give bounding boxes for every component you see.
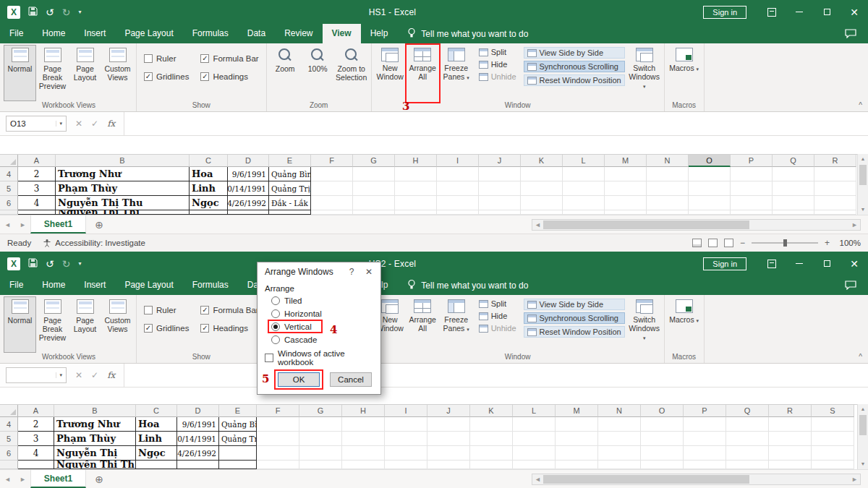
horizontal-scrollbar[interactable]: ◄ ► [532, 474, 861, 485]
select-all-corner[interactable] [0, 405, 18, 417]
cell-O5[interactable] [641, 432, 684, 446]
radio-vertical[interactable]: Vertical [265, 320, 373, 333]
hscroll-left-icon[interactable]: ◄ [532, 220, 543, 230]
headings-checkbox[interactable]: ✓ Headings [200, 72, 258, 81]
customize-qat-icon[interactable]: ▾ [78, 9, 81, 15]
cell-P5[interactable] [684, 432, 726, 446]
cell-H5[interactable] [395, 181, 437, 196]
arrange-all-button[interactable]: Arrange All [407, 296, 439, 353]
column-header-Q[interactable]: Q [726, 405, 769, 417]
cell-M5[interactable] [605, 181, 647, 196]
cell-G6[interactable] [353, 196, 395, 210]
sign-in-button[interactable]: Sign in [703, 257, 746, 270]
column-header-R[interactable]: R [814, 155, 856, 167]
column-header-F[interactable]: F [311, 155, 353, 167]
column-header-E[interactable]: E [269, 155, 311, 167]
dialog-close-icon[interactable]: ✕ [360, 267, 378, 277]
cell-O[interactable] [641, 461, 684, 469]
scroll-up-icon[interactable]: ▲ [858, 404, 868, 414]
tab-data[interactable]: Data [238, 24, 275, 43]
cell-E5[interactable]: Quảng Trị [269, 181, 311, 196]
cell-R6[interactable] [814, 196, 856, 210]
ruler-checkbox[interactable]: Ruler [144, 54, 189, 63]
cancel-icon[interactable]: ✕ [75, 370, 82, 380]
cell-J5[interactable] [427, 432, 470, 446]
horizontal-scroll-thumb[interactable] [543, 475, 749, 484]
cell-F5[interactable] [311, 181, 353, 196]
reset-window-position-button[interactable]: Reset Window Position [524, 74, 625, 86]
cell-O6[interactable] [641, 446, 684, 461]
zoom-percentage[interactable]: 100% [836, 239, 861, 247]
vertical-scrollbar[interactable]: ▲ ▼ [857, 404, 868, 469]
ruler-checkbox[interactable]: Ruler [144, 306, 189, 314]
cell-N5[interactable] [598, 432, 641, 446]
vertical-scroll-thumb[interactable] [859, 415, 867, 435]
page-layout-view-button[interactable]: Page Layout [69, 45, 101, 101]
cell-R6[interactable] [769, 446, 812, 461]
cell-D4[interactable]: 9/6/1991 [177, 417, 219, 432]
row-header[interactable]: 6 [0, 446, 18, 461]
enter-icon[interactable]: ✓ [91, 370, 98, 380]
column-header-M[interactable]: M [556, 405, 598, 417]
cell-O5[interactable] [689, 181, 731, 196]
gridlines-checkbox[interactable]: ✓ Gridlines [144, 72, 189, 81]
minimize-button[interactable] [786, 0, 813, 24]
cell-M5[interactable] [556, 432, 598, 446]
hscroll-left-icon[interactable]: ◄ [532, 474, 543, 484]
collapse-ribbon-icon[interactable]: ^ [859, 353, 862, 361]
zoom-slider-thumb[interactable] [783, 239, 787, 247]
zoom-out-icon[interactable]: − [740, 238, 745, 248]
cell-R4[interactable] [769, 417, 812, 432]
cell-K4[interactable] [470, 417, 513, 432]
cell-C6[interactable]: Ngọc [190, 196, 228, 210]
cell-S4[interactable] [812, 417, 854, 432]
column-header-G[interactable]: G [299, 405, 342, 417]
cell-C5[interactable]: Linh [136, 432, 177, 446]
cell-G[interactable] [299, 461, 342, 469]
maximize-button[interactable] [813, 0, 841, 24]
macros-button[interactable]: Macros ▾ [667, 45, 702, 101]
unhide-button[interactable]: Unhide [476, 72, 519, 82]
tell-me-box[interactable]: Tell me what you want to do [407, 24, 528, 43]
cell-D5[interactable]: 10/14/1991 [177, 432, 219, 446]
cell-A6[interactable]: 4 [18, 196, 56, 210]
reset-window-position-button[interactable]: Reset Window Position [524, 326, 625, 338]
cell-N5[interactable] [647, 181, 689, 196]
cell-B5[interactable]: Phạm Thùy [56, 181, 190, 196]
column-header-H[interactable]: H [395, 155, 437, 167]
comment-icon[interactable] [845, 24, 856, 43]
row-header[interactable]: 5 [0, 181, 18, 196]
cancel-icon[interactable]: ✕ [75, 119, 82, 129]
page-break-preview-button[interactable]: Page Break Preview [36, 296, 69, 353]
cell-D5[interactable]: 10/14/1991 [228, 181, 269, 196]
cell-L5[interactable] [563, 181, 605, 196]
cell-Q4[interactable] [773, 167, 814, 181]
column-header-O[interactable]: O [641, 405, 684, 417]
hide-button[interactable]: Hide [476, 59, 519, 69]
sheet-nav-left-icon[interactable]: ◄ [0, 470, 15, 488]
tab-view[interactable]: View [323, 24, 361, 43]
hscroll-right-icon[interactable]: ► [849, 220, 860, 230]
column-header-N[interactable]: N [598, 405, 641, 417]
tell-me-box[interactable]: Tell me what you want to do [407, 275, 528, 295]
cancel-button[interactable]: Cancel [330, 372, 372, 387]
tab-formulas[interactable]: Formulas [183, 24, 238, 43]
column-header-I[interactable]: I [437, 155, 479, 167]
cell-S6[interactable] [812, 446, 854, 461]
normal-view-button[interactable]: Normal [4, 45, 36, 101]
cell-Q5[interactable] [726, 432, 769, 446]
synchronous-scrolling-button[interactable]: Synchronous Scrolling [524, 61, 625, 72]
freeze-panes-button[interactable]: Freeze Panes ▾ [439, 296, 474, 353]
cell-N6[interactable] [598, 446, 641, 461]
cell-S5[interactable] [812, 432, 854, 446]
column-header-B[interactable]: B [56, 155, 190, 167]
minimize-button[interactable] [786, 252, 813, 275]
tab-page-layout[interactable]: Page Layout [115, 275, 182, 295]
cell-Q6[interactable] [773, 196, 814, 210]
cell-H4[interactable] [395, 167, 437, 181]
cell-J[interactable] [427, 461, 470, 469]
cell-O4[interactable] [689, 167, 731, 181]
cell-B5[interactable]: Phạm Thùy [54, 432, 136, 446]
scroll-down-icon[interactable]: ▼ [858, 205, 868, 215]
cell-P4[interactable] [731, 167, 773, 181]
